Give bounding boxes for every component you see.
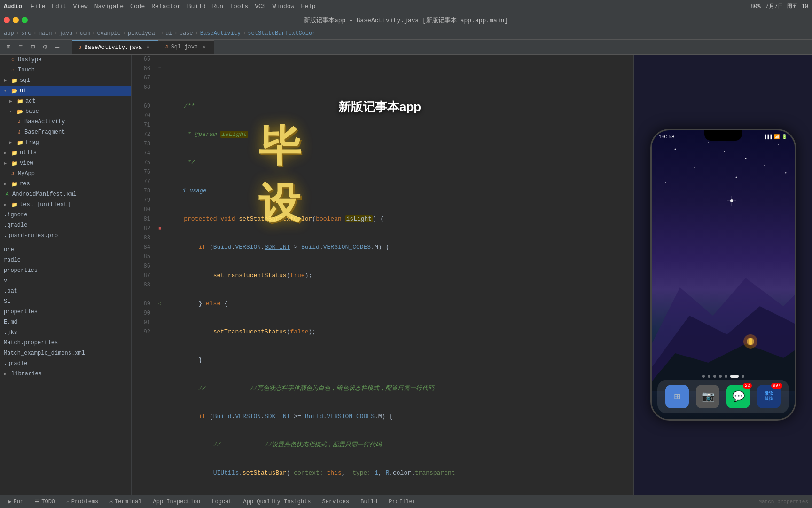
- sidebar-item-androidmanifest[interactable]: A AndroidManifest.xml: [0, 189, 131, 199]
- sidebar-item-myapp[interactable]: J MyApp: [0, 168, 131, 179]
- sidebar-label-properties2: properties: [4, 309, 38, 315]
- menu-code[interactable]: Code: [130, 3, 145, 10]
- sidebar-item-emd[interactable]: E.md: [0, 317, 131, 327]
- menu-window[interactable]: Window: [273, 3, 295, 10]
- breadcrumb-baseactivity[interactable]: BaseActivity: [200, 30, 241, 37]
- app-icon-software[interactable]: 微软技技 99+: [757, 385, 781, 408]
- menu-view[interactable]: View: [73, 3, 87, 10]
- build-button[interactable]: Build: [356, 497, 382, 507]
- app-quality-button[interactable]: App Quality Insights: [239, 497, 316, 507]
- mountains-svg: [652, 250, 795, 391]
- sidebar-item-ui[interactable]: ▾ 📂 ui: [0, 86, 131, 96]
- code-area[interactable]: 65 66 67 68 69 70 71 72 73 74 75 76 77 7…: [132, 55, 633, 495]
- logcat-label: Logcat: [211, 499, 232, 505]
- sidebar-item-touch[interactable]: ○ Touch: [0, 65, 131, 75]
- sidebar-item-baseactivity[interactable]: J BaseActivity: [0, 117, 131, 127]
- sidebar-label-res: res: [20, 181, 30, 187]
- app-name[interactable]: Audio: [4, 3, 22, 10]
- sidebar-item-v[interactable]: v: [0, 276, 131, 286]
- settings-icon[interactable]: ⚙: [40, 42, 50, 52]
- breadcrumb-main[interactable]: main: [39, 30, 52, 37]
- hierarchy-icon[interactable]: ≡: [16, 42, 25, 52]
- breadcrumb-com[interactable]: com: [80, 30, 90, 37]
- breadcrumb-example[interactable]: example: [97, 30, 120, 37]
- structure-icon[interactable]: ⊞: [4, 42, 13, 52]
- sidebar-item-ore[interactable]: ore: [0, 245, 131, 255]
- app-icon-apps[interactable]: ⊞: [665, 385, 689, 408]
- tab-baseactivity[interactable]: J BaseActivity.java ×: [72, 40, 158, 54]
- todo-icon: ☰: [35, 499, 39, 505]
- menu-navigate[interactable]: Navigate: [94, 3, 124, 10]
- breadcrumb-pixelyear[interactable]: pixelyear: [128, 30, 158, 37]
- sidebar-item-act[interactable]: ▶ 📁 act: [0, 96, 131, 106]
- sidebar-item-res[interactable]: ▶ 📁 res: [0, 179, 131, 189]
- problems-button[interactable]: ⚠ Problems: [62, 497, 103, 507]
- menu-refactor[interactable]: Refactor: [151, 3, 180, 10]
- menu-run[interactable]: Run: [212, 3, 223, 10]
- sidebar-item-gradledot[interactable]: .gradle: [0, 220, 131, 230]
- sidebar-item-ignore[interactable]: .ignore: [0, 210, 131, 220]
- sidebar-item-sql[interactable]: ▶ 📁 sql: [0, 75, 131, 86]
- menu-help[interactable]: Help: [301, 3, 315, 10]
- wechat-badge: 22: [743, 383, 752, 389]
- problems-label: Problems: [71, 499, 99, 505]
- menu-file[interactable]: File: [31, 3, 45, 10]
- sidebar-item-radle[interactable]: radle: [0, 255, 131, 265]
- minimize-window-button[interactable]: [13, 17, 19, 23]
- sidebar-label-touch: Touch: [18, 67, 35, 73]
- todo-button[interactable]: ☰ TODO: [30, 497, 60, 507]
- sidebar-item-jks[interactable]: .jks: [0, 327, 131, 338]
- breadcrumb-base[interactable]: base: [180, 30, 193, 37]
- app-icon-wechat[interactable]: 💬 22: [726, 385, 750, 408]
- maximize-window-button[interactable]: [22, 17, 28, 23]
- breadcrumb-java[interactable]: java: [59, 30, 73, 37]
- close-window-button[interactable]: [4, 17, 10, 23]
- menu-edit[interactable]: Edit: [52, 3, 66, 10]
- sidebar-item-frag[interactable]: ▶ 📁 frag: [0, 137, 131, 148]
- sidebar-item-base[interactable]: ▾ 📂 base: [0, 106, 131, 117]
- software-badge: 99+: [771, 383, 782, 389]
- svg-rect-18: [749, 338, 752, 345]
- app-quality-label: App Quality Insights: [243, 499, 311, 505]
- sidebar-item-utils[interactable]: ▶ 📁 utils: [0, 148, 131, 158]
- svg-point-0: [674, 149, 676, 150]
- breadcrumb-ui[interactable]: ui: [165, 30, 172, 37]
- sidebar-item-bat[interactable]: .bat: [0, 286, 131, 296]
- code-editor[interactable]: 65 66 67 68 69 70 71 72 73 74 75 76 77 7…: [132, 55, 633, 495]
- sidebar-item-osstype[interactable]: ○ OssType: [0, 55, 131, 65]
- sidebar-item-properties2[interactable]: properties: [0, 307, 131, 317]
- sidebar-item-view[interactable]: ▶ 📁 view: [0, 158, 131, 168]
- menu-vcs[interactable]: VCS: [255, 3, 265, 10]
- sidebar-scroll[interactable]: ○ OssType ○ Touch ▶ 📁 sql ▾ 📂 ui ▶ 📁 act: [0, 55, 131, 482]
- sidebar-item-se[interactable]: SE: [0, 296, 131, 307]
- tab-sql[interactable]: J Sql.java ×: [158, 40, 214, 54]
- menu-tools[interactable]: Tools: [230, 3, 248, 10]
- sidebar-item-test[interactable]: ▶ 📁 test [unitTest]: [0, 199, 131, 210]
- breadcrumb-src[interactable]: src: [21, 30, 31, 37]
- app-inspection-button[interactable]: App Inspection: [148, 497, 205, 507]
- terminal-button[interactable]: $ Terminal: [105, 497, 146, 507]
- code-content[interactable]: /** * @param isLight */ 1 usage protecte…: [165, 55, 633, 495]
- layout-icon[interactable]: ⊟: [28, 42, 38, 52]
- sidebar-item-matchprops[interactable]: Match.properties: [0, 338, 131, 348]
- page-dot-2: [708, 375, 710, 378]
- services-button[interactable]: Services: [318, 497, 354, 507]
- sidebar-item-basefragment[interactable]: J BaseFragment: [0, 127, 131, 137]
- sidebar-item-gradle2[interactable]: .gradle: [0, 358, 131, 369]
- sidebar-label-act: act: [25, 98, 36, 104]
- tab-close-button[interactable]: ×: [145, 44, 151, 51]
- tab-close-button2[interactable]: ×: [201, 44, 207, 50]
- app-icon-camera[interactable]: 📷: [696, 385, 719, 408]
- sidebar-item-properties[interactable]: properties: [0, 265, 131, 276]
- breadcrumb-app[interactable]: app: [4, 30, 14, 37]
- sidebar-item-libraries[interactable]: ▶ libraries: [0, 369, 131, 379]
- minus-icon[interactable]: —: [53, 42, 62, 52]
- breadcrumb-method[interactable]: setStateBarTextColor: [248, 30, 315, 37]
- sidebar-item-matchexample[interactable]: Match_example_dimens.xml: [0, 348, 131, 358]
- menu-build[interactable]: Build: [187, 3, 206, 10]
- sidebar-item-pro[interactable]: .guard-rules.pro: [0, 230, 131, 241]
- run-button[interactable]: ▶ Run: [4, 497, 28, 507]
- profiler-button[interactable]: Profiler: [384, 497, 421, 507]
- logcat-button[interactable]: Logcat: [207, 497, 236, 507]
- page-dot-6: [730, 375, 739, 378]
